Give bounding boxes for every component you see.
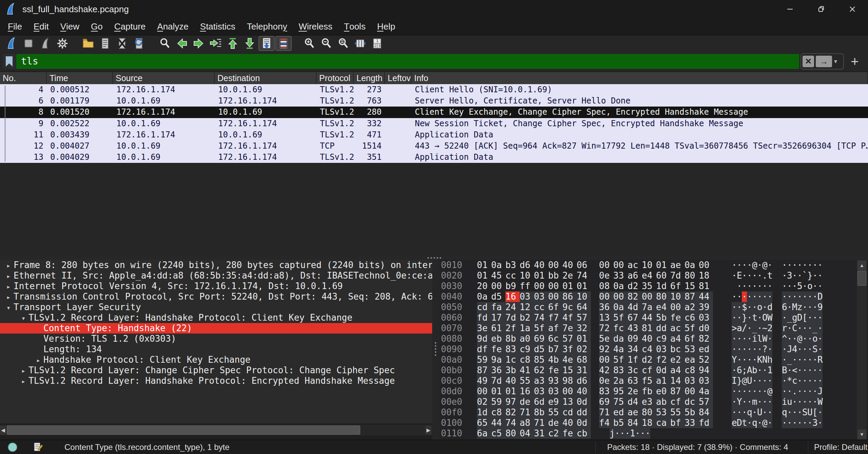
hex-byte[interactable]: 9d (477, 334, 491, 344)
ascii-char[interactable]: · (757, 260, 762, 270)
filter-apply-button[interactable]: → (816, 56, 832, 67)
ascii-char[interactable]: · (762, 365, 767, 376)
close-file-button[interactable] (114, 36, 130, 51)
hex-byte[interactable]: b9 (505, 281, 520, 291)
hex-byte[interactable]: 0a (613, 281, 628, 291)
hex-row-0110[interactable]: 01106ac5800431c2fecbj···1··· (440, 428, 857, 439)
hex-byte[interactable]: 15 (684, 281, 699, 291)
ascii-char[interactable]: * (787, 376, 792, 386)
hex-byte[interactable]: fe (562, 428, 577, 439)
ascii-char[interactable]: D (817, 291, 823, 302)
hex-byte[interactable]: 20 (477, 281, 491, 291)
pane-splitter-horizontal[interactable] (0, 256, 868, 260)
ascii-char[interactable]: · (812, 376, 817, 386)
hex-byte[interactable]: 00 (548, 281, 562, 291)
hex-byte[interactable]: 57 (577, 313, 591, 323)
hex-byte[interactable]: b2 (520, 313, 534, 323)
scroll-left-arrow-icon[interactable]: ◀ (0, 425, 6, 435)
hex-byte[interactable]: b5 (613, 418, 628, 428)
hex-byte[interactable]: 15 (562, 365, 577, 376)
display-filter-input[interactable]: tls (16, 54, 799, 69)
ascii-char[interactable]: · (742, 386, 747, 397)
ascii-char[interactable]: · (782, 313, 787, 323)
ascii-char[interactable]: 6 (737, 365, 742, 376)
hex-byte[interactable]: 55 (670, 407, 684, 418)
menu-wireless[interactable]: Wireless (293, 18, 338, 35)
hex-byte[interactable]: 67 (628, 313, 642, 323)
ascii-char[interactable]: · (797, 260, 802, 270)
hex-byte[interactable]: 85 (534, 355, 548, 365)
hex-byte[interactable]: 71 (520, 407, 534, 418)
packet-row-13[interactable]: 130.00402910.0.1.69172.16.1.174TLSv1.235… (0, 152, 868, 163)
ascii-char[interactable]: · (782, 344, 787, 355)
ascii-char[interactable]: · (792, 397, 797, 407)
detail-row-7[interactable]: Version: TLS 1.2 (0x0303) (0, 334, 432, 344)
ascii-char[interactable]: · (747, 291, 752, 302)
hex-byte[interactable]: 0d (577, 397, 591, 407)
hex-row-0050[interactable]: 0050cdfa2412cc6f9c64360a4d7ae400a239··$·… (440, 302, 857, 313)
ascii-char[interactable]: j (610, 428, 615, 439)
detail-row-8[interactable]: Length: 134 (0, 344, 432, 355)
collapse-arrow-icon[interactable]: ▾ (3, 303, 14, 313)
hex-byte[interactable]: 34 (628, 344, 642, 355)
ascii-char[interactable]: · (812, 302, 817, 313)
hex-byte[interactable]: 69 (599, 397, 613, 407)
hex-byte[interactable]: 80 (656, 291, 670, 302)
hex-byte[interactable]: 18 (699, 270, 713, 281)
detail-row-1[interactable]: ▸Ethernet II, Src: Apple_a4:dd:a8 (68:5b… (0, 270, 432, 281)
hex-byte[interactable]: 0e (599, 376, 613, 386)
ascii-char[interactable]: · (742, 397, 747, 407)
ascii-char[interactable]: · (752, 355, 757, 365)
open-file-button[interactable] (80, 36, 96, 51)
hex-byte[interactable]: 64 (577, 302, 591, 313)
ascii-char[interactable]: · (787, 281, 792, 291)
ascii-char[interactable]: E (737, 270, 742, 281)
ascii-char[interactable]: · (782, 281, 787, 291)
ascii-char[interactable]: · (797, 270, 802, 281)
hex-byte[interactable]: 45 (491, 270, 505, 281)
ascii-char[interactable]: · (812, 291, 817, 302)
ascii-char[interactable]: _ (812, 323, 817, 334)
expand-arrow-icon[interactable]: ▸ (33, 355, 43, 365)
hex-byte[interactable]: ed (613, 407, 628, 418)
ascii-char[interactable]: 5 (797, 281, 802, 291)
ascii-char[interactable]: S (812, 344, 817, 355)
ascii-char[interactable]: · (782, 355, 787, 365)
hex-byte[interactable]: d2 (628, 281, 642, 291)
ascii-char[interactable]: · (757, 397, 762, 407)
hex-byte[interactable]: 4f (562, 313, 577, 323)
hex-byte[interactable]: f7 (548, 313, 562, 323)
ascii-char[interactable]: m (752, 397, 757, 407)
ascii-char[interactable]: · (817, 260, 823, 270)
ascii-char[interactable]: · (757, 376, 762, 386)
hex-byte[interactable]: 3b (505, 365, 520, 376)
menu-capture[interactable]: Capture (109, 18, 152, 35)
hex-byte[interactable]: 0e (599, 270, 613, 281)
hex-byte[interactable]: dd (577, 407, 591, 418)
hex-byte[interactable]: 6c (548, 334, 562, 344)
ascii-char[interactable]: · (625, 428, 630, 439)
hex-byte[interactable]: 13 (599, 313, 613, 323)
hex-byte[interactable]: 86 (562, 291, 577, 302)
ascii-char[interactable]: · (757, 344, 762, 355)
hex-byte[interactable]: d5 (491, 291, 505, 302)
ascii-char[interactable]: _ (787, 313, 792, 323)
detail-row-2[interactable]: ▸Internet Protocol Version 4, Src: 172.1… (0, 281, 432, 291)
hex-byte[interactable]: 3c (628, 365, 642, 376)
capture-options-button[interactable] (54, 36, 71, 51)
hex-byte[interactable]: b7 (548, 344, 562, 355)
hex-byte[interactable]: d5 (534, 344, 548, 355)
hex-byte[interactable]: 95 (613, 386, 628, 397)
ascii-char[interactable]: A (747, 365, 752, 376)
hex-byte[interactable]: a0 (520, 334, 534, 344)
hex-byte[interactable]: 81 (642, 323, 656, 334)
ascii-char[interactable]: $ (742, 302, 747, 313)
hex-byte[interactable]: ff (520, 281, 534, 291)
restore-button[interactable] (806, 0, 837, 18)
ascii-char[interactable]: . (792, 386, 797, 397)
hex-byte[interactable]: 04 (520, 428, 534, 439)
ascii-char[interactable]: · (787, 302, 792, 313)
ascii-char[interactable]: · (797, 365, 802, 376)
hex-byte[interactable]: 01 (562, 281, 577, 291)
hex-byte[interactable]: 57 (699, 397, 713, 407)
